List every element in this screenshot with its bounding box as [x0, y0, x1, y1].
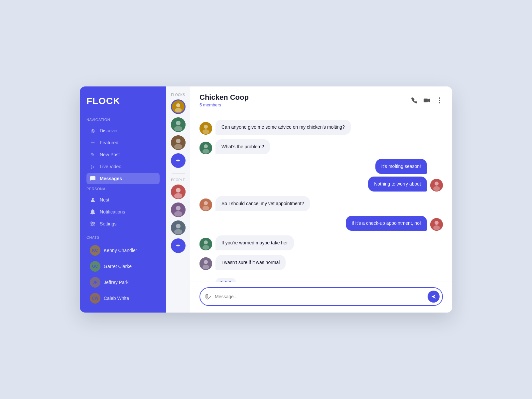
add-flock-button[interactable]: + [171, 153, 186, 168]
message-avatar-8 [200, 257, 212, 270]
svg-rect-27 [424, 98, 428, 102]
flock-avatar-2[interactable] [171, 117, 186, 132]
sidebar-item-label: Discover [100, 128, 118, 133]
chat-item-kenny[interactable]: KC Kenny Chandler [86, 243, 160, 258]
svg-point-49 [202, 245, 209, 250]
sidebar-item-label: Featured [100, 140, 118, 145]
personal-section-label: Personal [86, 187, 160, 191]
chat-title: Chicken Coop [200, 93, 249, 102]
svg-point-34 [202, 129, 209, 134]
chats-section: Chats KC Kenny Chandler GC Garret Clarke… [86, 233, 160, 307]
message-group-right: It's molting season! Nothing to worry ab… [368, 159, 427, 192]
message-row-6: if it's a check-up appointment, no! [200, 216, 443, 231]
message-avatar-6 [430, 218, 443, 231]
sidebar-item-notifications[interactable]: Notifications [86, 206, 160, 217]
chat-subtitle: 5 members [200, 102, 249, 107]
flock-avatar-1[interactable] [171, 99, 186, 114]
sidebar-item-label: New Post [100, 152, 120, 157]
sidebar-item-nest[interactable]: Nest [86, 194, 160, 205]
sidebar: FLOCK Navigation ◎ Discover ☰ Featured ✎… [80, 86, 166, 313]
chat-name-caleb: Caleb White [104, 296, 129, 301]
phone-button[interactable] [411, 97, 418, 104]
sidebar-item-live-video[interactable]: ▷ Live Video [86, 161, 160, 172]
more-options-button[interactable] [436, 97, 443, 104]
navigation-section-label: Navigation [86, 118, 160, 122]
chat-avatar-garret: GC [90, 261, 100, 272]
svg-point-33 [204, 125, 208, 129]
middle-panel: Flocks + People [166, 86, 190, 313]
chat-header: Chicken Coop 5 members [190, 86, 452, 113]
send-button[interactable] [428, 291, 440, 303]
svg-point-51 [204, 260, 208, 264]
message-avatar-3 [430, 179, 443, 192]
message-bubble-6: if it's a check-up appointment, no! [346, 216, 427, 231]
sidebar-item-messages[interactable]: Messages [86, 173, 160, 184]
chat-item-caleb[interactable]: CW Caleb White [86, 291, 160, 306]
sidebar-item-new-post[interactable]: ✎ New Post [86, 149, 160, 160]
add-people-button[interactable]: + [171, 238, 186, 253]
svg-point-19 [176, 188, 181, 193]
message-row-8: I wasn't sure if it was normal [200, 255, 443, 270]
message-bubble-2: What's the problem? [215, 139, 270, 154]
svg-point-23 [174, 211, 182, 216]
message-input[interactable] [215, 294, 424, 299]
discover-icon: ◎ [90, 128, 96, 134]
svg-point-22 [176, 206, 181, 210]
chat-area: Chicken Coop 5 members [190, 86, 452, 313]
settings-icon [90, 221, 96, 227]
sidebar-item-label: Settings [100, 221, 117, 226]
chat-title-area: Chicken Coop 5 members [200, 93, 249, 107]
video-button[interactable] [424, 97, 430, 104]
chat-avatar-caleb: CW [90, 293, 100, 304]
svg-point-29 [439, 97, 440, 99]
svg-point-52 [202, 265, 209, 269]
chat-item-garret[interactable]: GC Garret Clarke [86, 259, 160, 274]
message-avatar-5 [200, 199, 212, 211]
message-bubble-5: So I should cancel my vet appointment? [215, 196, 310, 211]
message-bubble-1: Can anyone give me some advice on my chi… [215, 120, 351, 135]
svg-marker-28 [428, 98, 430, 102]
message-bubble-3: It's molting season! [375, 159, 427, 174]
people-label: People [171, 178, 185, 182]
people-avatar-1[interactable] [171, 185, 186, 199]
flock-avatar-3[interactable] [171, 135, 186, 150]
svg-point-43 [202, 206, 209, 210]
svg-point-2 [92, 198, 94, 200]
nest-icon [90, 197, 96, 203]
chat-name-kenny: Kenny Chandler [104, 248, 137, 253]
sidebar-item-label: Live Video [100, 164, 121, 169]
svg-rect-0 [90, 176, 95, 180]
svg-point-37 [202, 149, 209, 154]
chats-section-label: Chats [86, 235, 160, 239]
svg-point-31 [439, 102, 440, 103]
notifications-icon [90, 209, 96, 215]
sidebar-item-label: Notifications [100, 209, 125, 214]
svg-point-45 [435, 221, 439, 225]
messages-area: Can anyone give me some advice on my chi… [190, 113, 452, 282]
live-video-icon: ▷ [90, 164, 96, 170]
attach-button[interactable] [205, 294, 211, 300]
people-avatar-3[interactable] [171, 220, 186, 235]
messages-icon [90, 176, 96, 182]
message-row-1: Can anyone give me some advice on my chi… [200, 120, 443, 135]
svg-point-10 [176, 103, 180, 107]
sidebar-item-settings[interactable]: Settings [86, 218, 160, 229]
svg-point-40 [433, 186, 440, 191]
svg-point-14 [174, 126, 182, 131]
message-row-2: What's the problem? [200, 139, 443, 154]
sidebar-item-label: Messages [100, 176, 122, 181]
chat-name-garret: Garret Clarke [104, 264, 132, 269]
sidebar-item-discover[interactable]: ◎ Discover [86, 125, 160, 136]
svg-point-48 [204, 240, 208, 244]
message-avatar-1 [200, 122, 212, 135]
chat-actions [411, 97, 443, 104]
app-window: FLOCK Navigation ◎ Discover ☰ Featured ✎… [80, 86, 452, 313]
typing-indicator [215, 278, 236, 282]
people-avatar-2[interactable] [171, 202, 186, 217]
chat-input-area [190, 282, 452, 313]
svg-point-13 [176, 121, 181, 125]
sidebar-item-featured[interactable]: ☰ Featured [86, 137, 160, 148]
new-post-icon: ✎ [90, 152, 96, 158]
chat-item-jeffrey[interactable]: JP Jeffrey Park [86, 275, 160, 290]
svg-point-17 [174, 144, 182, 149]
